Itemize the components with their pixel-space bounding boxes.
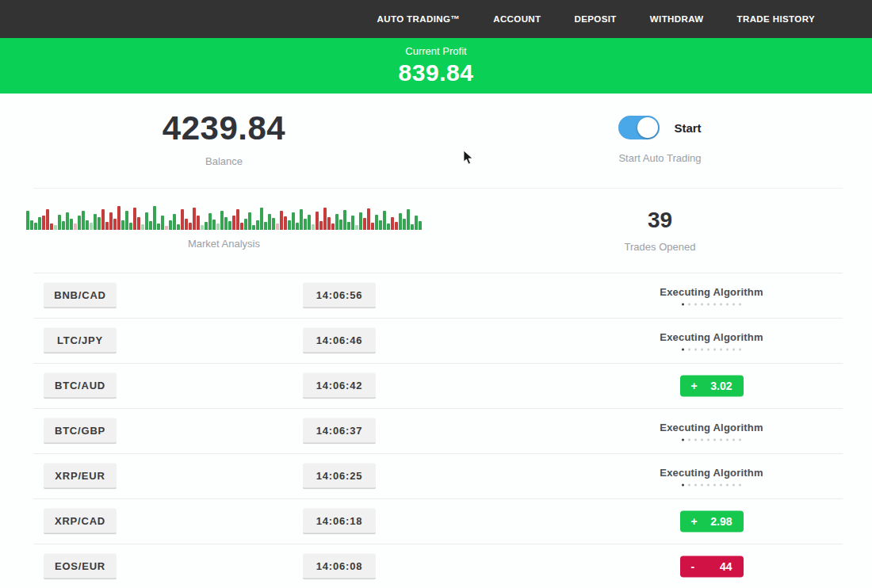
chart-bar xyxy=(300,209,303,230)
chart-bar xyxy=(161,216,164,230)
progress-dot xyxy=(688,438,690,441)
status-cell: Executing Algorithm xyxy=(618,285,805,305)
progress-dots xyxy=(618,303,805,305)
top-nav: AUTO TRADING™ACCOUNTDEPOSITWITHDRAWTRADE… xyxy=(0,0,872,38)
current-profit-value: 839.84 xyxy=(399,59,474,86)
chart-bar xyxy=(335,214,338,230)
chart-bar xyxy=(177,224,180,230)
toggle-knob-icon xyxy=(637,117,658,138)
pair-badge: BTC/GBP xyxy=(44,418,117,444)
chart-bar xyxy=(125,211,128,230)
progress-dot xyxy=(688,348,690,350)
progress-dot xyxy=(713,303,716,305)
chart-bar xyxy=(244,219,247,230)
chart-bar xyxy=(58,215,61,230)
chart-bar xyxy=(113,219,117,230)
time-badge: 14:06:56 xyxy=(303,282,376,308)
progress-dot xyxy=(739,483,741,486)
chart-bar xyxy=(308,215,311,230)
chart-bar xyxy=(220,211,224,230)
chart-bar xyxy=(327,217,331,230)
chart-bar xyxy=(236,209,239,230)
trade-row: EOS/EUR14:06:08-44 xyxy=(0,544,872,588)
chart-bar xyxy=(169,220,172,230)
chart-bar xyxy=(34,223,37,230)
toggle-start-label: Start xyxy=(674,121,701,135)
progress-dot xyxy=(694,348,697,350)
pair-badge: XRP/CAD xyxy=(44,508,117,534)
market-analysis-label: Market Analysis xyxy=(188,238,260,250)
chart-bar xyxy=(94,214,97,230)
progress-dot xyxy=(694,303,697,305)
progress-dot xyxy=(713,348,716,350)
pair-badge: BNB/CAD xyxy=(44,282,117,308)
time-badge: 14:06:25 xyxy=(303,463,376,489)
time-badge: 14:06:42 xyxy=(303,372,376,399)
progress-dot xyxy=(682,483,684,486)
chart-bar xyxy=(316,212,319,230)
time-badge: 14:06:18 xyxy=(303,508,376,534)
chart-bar xyxy=(82,211,85,230)
trades-table: BNB/CAD14:06:56Executing AlgorithmLTC/JP… xyxy=(0,273,872,588)
progress-dot xyxy=(732,438,735,441)
chart-bar xyxy=(383,211,386,230)
progress-dot xyxy=(682,438,684,441)
nav-item-auto-trading[interactable]: AUTO TRADING™ xyxy=(377,14,461,24)
chart-bar xyxy=(70,219,73,230)
result-value: 44 xyxy=(720,560,732,573)
result-value: 2.98 xyxy=(710,515,732,528)
chart-bar xyxy=(228,221,231,230)
progress-dot xyxy=(739,348,741,350)
trades-opened-label: Trades Opened xyxy=(625,241,696,253)
chart-bar xyxy=(304,219,307,230)
chart-bar xyxy=(296,223,299,230)
chart-bar xyxy=(399,213,402,230)
result-value: 3.02 xyxy=(710,380,732,392)
chart-bar xyxy=(54,225,57,230)
auto-trading-toggle[interactable] xyxy=(618,116,660,139)
chart-bar xyxy=(216,223,220,230)
chart-bar xyxy=(129,223,132,230)
chart-bar xyxy=(208,213,212,230)
progress-dot xyxy=(707,483,709,486)
nav-item-trade-history[interactable]: TRADE HISTORY xyxy=(737,14,816,24)
chart-bar xyxy=(201,225,204,230)
progress-dot xyxy=(720,348,722,350)
chart-bar xyxy=(50,223,53,230)
progress-dot xyxy=(739,303,741,305)
chart-bar xyxy=(157,223,160,230)
chart-bar xyxy=(62,221,65,230)
result-badge-loss: -44 xyxy=(680,556,744,577)
progress-dot xyxy=(732,303,735,305)
progress-dot xyxy=(707,348,709,350)
progress-dot xyxy=(732,483,735,486)
chart-bar xyxy=(312,224,315,230)
chart-bar xyxy=(264,222,267,230)
nav-item-account[interactable]: ACCOUNT xyxy=(493,14,541,24)
progress-dot xyxy=(694,438,697,441)
chart-bar xyxy=(205,222,208,230)
chart-bar xyxy=(371,223,374,230)
nav-item-withdraw[interactable]: WITHDRAW xyxy=(650,14,704,24)
trade-row: XRP/EUR14:06:25Executing Algorithm xyxy=(0,453,872,498)
executing-algorithm-label: Executing Algorithm xyxy=(618,285,805,297)
market-analysis-chart xyxy=(26,203,422,230)
chart-bar xyxy=(379,220,382,230)
progress-dot xyxy=(682,303,684,305)
progress-dots xyxy=(618,348,805,350)
chart-bar xyxy=(141,224,144,230)
chart-bar xyxy=(387,223,390,230)
market-analysis-section: Market Analysis 39 Trades Opened xyxy=(0,189,872,273)
balance-value: 4239.84 xyxy=(163,109,285,147)
chart-bar xyxy=(391,217,394,230)
progress-dot xyxy=(707,438,709,441)
progress-dot xyxy=(688,483,690,486)
time-badge: 14:06:37 xyxy=(303,418,376,444)
chart-bar xyxy=(193,208,196,230)
chart-bar xyxy=(38,217,41,230)
pair-badge: BTC/AUD xyxy=(44,372,117,399)
chart-bar xyxy=(319,221,323,230)
current-profit-banner: Current Profit 839.84 xyxy=(0,38,872,94)
trade-row: XRP/CAD14:06:18+2.98 xyxy=(0,498,872,544)
nav-item-deposit[interactable]: DEPOSIT xyxy=(575,14,617,24)
